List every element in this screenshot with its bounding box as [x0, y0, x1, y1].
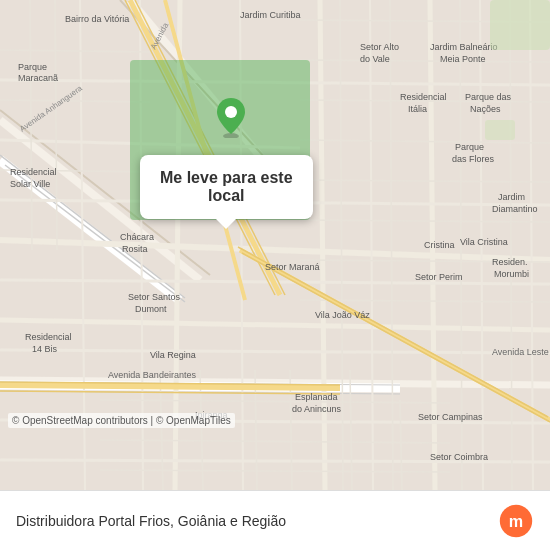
svg-text:Setor Santos: Setor Santos	[128, 292, 181, 302]
svg-text:Jardim Curitiba: Jardim Curitiba	[240, 10, 301, 20]
svg-text:Jardim Balneário: Jardim Balneário	[430, 42, 498, 52]
svg-text:Parque: Parque	[455, 142, 484, 152]
svg-text:Residencial: Residencial	[25, 332, 72, 342]
svg-point-110	[225, 106, 237, 118]
svg-text:Setor Perim: Setor Perim	[415, 272, 463, 282]
svg-text:Parque: Parque	[18, 62, 47, 72]
svg-text:Setor Maraná: Setor Maraná	[265, 262, 320, 272]
map-container[interactable]: Bairro da Vitória Jardim Curitiba Parque…	[0, 0, 550, 490]
svg-text:Residencial: Residencial	[10, 167, 57, 177]
svg-text:do Anincuns: do Anincuns	[292, 404, 342, 414]
svg-text:Residen.: Residen.	[492, 257, 528, 267]
svg-text:Chácara: Chácara	[120, 232, 154, 242]
svg-text:Vila Cristina: Vila Cristina	[460, 237, 508, 247]
svg-text:Residencial: Residencial	[400, 92, 447, 102]
moovit-icon: m	[498, 503, 534, 539]
map-attribution: © OpenStreetMap contributors | © OpenMap…	[8, 413, 235, 428]
svg-text:Morumbi: Morumbi	[494, 269, 529, 279]
svg-text:Meia Ponte: Meia Ponte	[440, 54, 486, 64]
svg-text:Vila João Váz: Vila João Váz	[315, 310, 370, 320]
svg-text:Setor Campinas: Setor Campinas	[418, 412, 483, 422]
svg-text:Setor Coimbra: Setor Coimbra	[430, 452, 488, 462]
svg-text:14 Bis: 14 Bis	[32, 344, 58, 354]
svg-rect-108	[485, 120, 515, 140]
svg-text:Maracanã: Maracanã	[18, 73, 58, 83]
svg-text:Setor Alto: Setor Alto	[360, 42, 399, 52]
svg-text:Cristina: Cristina	[424, 240, 455, 250]
svg-text:Diamantino: Diamantino	[492, 204, 538, 214]
popup-line2: local	[208, 187, 244, 204]
svg-text:m: m	[509, 512, 523, 530]
svg-text:Parque das: Parque das	[465, 92, 512, 102]
svg-text:Dumont: Dumont	[135, 304, 167, 314]
map-popup[interactable]: Me leve para este local	[140, 155, 313, 219]
svg-text:Bairro da Vitória: Bairro da Vitória	[65, 14, 129, 24]
moovit-logo: m	[498, 503, 534, 539]
svg-text:Solar Ville: Solar Ville	[10, 179, 50, 189]
svg-text:Vila Regina: Vila Regina	[150, 350, 196, 360]
svg-text:das Flores: das Flores	[452, 154, 495, 164]
popup-line1: Me leve para este	[160, 169, 293, 186]
svg-text:Rosita: Rosita	[122, 244, 148, 254]
svg-text:Itália: Itália	[408, 104, 427, 114]
svg-text:Avenida Bandeirantes: Avenida Bandeirantes	[108, 370, 196, 380]
svg-line-63	[0, 385, 340, 388]
svg-text:Nações: Nações	[470, 104, 501, 114]
svg-text:do Vale: do Vale	[360, 54, 390, 64]
svg-text:Jardim: Jardim	[498, 192, 525, 202]
map-pin	[215, 98, 247, 142]
location-title: Distribuidora Portal Frios, Goiânia e Re…	[16, 513, 286, 529]
svg-text:Esplanada: Esplanada	[295, 392, 338, 402]
bottom-bar: Distribuidora Portal Frios, Goiânia e Re…	[0, 490, 550, 550]
svg-text:Avenida Leste: Avenida Leste	[492, 347, 549, 357]
svg-rect-107	[490, 0, 550, 50]
